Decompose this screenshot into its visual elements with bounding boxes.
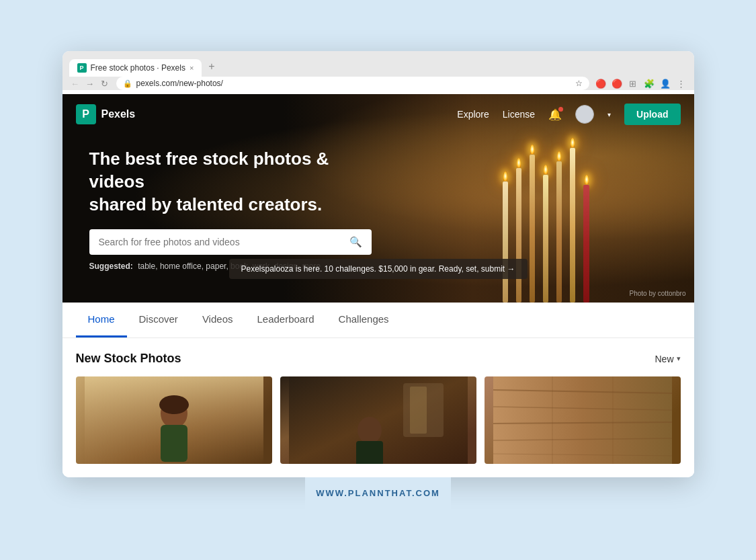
notification-bell[interactable]: 🔔 (548, 108, 562, 121)
svg-rect-3 (161, 425, 187, 462)
nav-buttons: ← → ↻ (69, 77, 111, 89)
hero-section: P Pexels Explore License 🔔 ▾ Upload (62, 94, 694, 303)
forward-button[interactable]: → (84, 77, 96, 89)
svg-rect-7 (410, 387, 427, 434)
section-title: New Stock Photos (76, 352, 181, 366)
svg-rect-9 (356, 441, 383, 464)
browser-tab-active[interactable]: P Free stock photos · Pexels × (69, 59, 202, 77)
sort-chevron-icon: ▾ (677, 354, 681, 363)
browser-tabs: P Free stock photos · Pexels × + (69, 56, 687, 77)
notification-dot (558, 107, 563, 112)
promo-banner[interactable]: Pexelspalooza is here. 10 challenges. $1… (228, 259, 527, 279)
svg-rect-10 (493, 376, 672, 464)
sort-label: New (655, 354, 673, 364)
tab-discover[interactable]: Discover (127, 303, 190, 337)
photo-card-1[interactable] (76, 376, 272, 464)
svg-point-4 (159, 395, 189, 414)
photo-grid (76, 376, 681, 464)
puzzle-icon[interactable]: 🧩 (643, 77, 655, 89)
tab-leaderboard[interactable]: Leaderboard (245, 303, 326, 337)
site-tabs: Home Discover Videos Leaderboard Challen… (62, 303, 694, 338)
pexels-navbar: P Pexels Explore License 🔔 ▾ Upload (62, 94, 694, 134)
pexels-brand-name: Pexels (101, 108, 136, 120)
pexels-logo-area[interactable]: P Pexels (76, 104, 136, 124)
pexels-site: P Pexels Explore License 🔔 ▾ Upload (62, 94, 694, 477)
search-bar[interactable]: 🔍 (89, 229, 372, 255)
svg-point-8 (358, 417, 382, 444)
watermark: WWW.PLANNTHAT.COM (305, 477, 451, 509)
profile-icon-2[interactable]: 🔴 (611, 77, 623, 89)
profile-icon-1[interactable]: 🔴 (595, 77, 607, 89)
photo-card-3[interactable] (485, 376, 681, 464)
nav-links: Explore License 🔔 ▾ Upload (457, 104, 680, 125)
tab-title: Free stock photos · Pexels (91, 63, 185, 73)
account-icon[interactable]: 👤 (659, 77, 671, 89)
browser-controls: ← → ↻ 🔒 pexels.com/new-photos/ ☆ 🔴 🔴 ⊞ 🧩… (69, 77, 687, 90)
suggested-label: Suggested: (89, 262, 133, 271)
pexels-logo-icon: P (76, 104, 96, 124)
tab-favicon: P (77, 63, 87, 73)
address-bar[interactable]: 🔒 pexels.com/new-photos/ ☆ (116, 77, 589, 90)
upload-button[interactable]: Upload (624, 104, 680, 125)
avatar-chevron-icon[interactable]: ▾ (607, 111, 611, 118)
reload-button[interactable]: ↻ (99, 77, 111, 89)
photo-credit: Photo by cottonbro (630, 290, 686, 297)
watermark-text: WWW.PLANNTHAT.COM (316, 488, 440, 498)
browser-actions: 🔴 🔴 ⊞ 🧩 👤 ⋮ (595, 77, 687, 89)
menu-icon[interactable]: ⋮ (675, 77, 687, 89)
license-link[interactable]: License (503, 109, 535, 120)
tab-home[interactable]: Home (76, 303, 127, 337)
tab-challenges[interactable]: Challenges (327, 303, 401, 337)
browser-chrome: P Free stock photos · Pexels × + ← → ↻ 🔒… (62, 51, 694, 90)
extensions-icon[interactable]: ⊞ (627, 77, 639, 89)
star-icon[interactable]: ☆ (575, 79, 583, 88)
tab-close-button[interactable]: × (190, 64, 194, 72)
hero-headline: The best free stock photos & videos shar… (89, 148, 372, 216)
section-header: New Stock Photos New ▾ (76, 352, 681, 366)
content-section: New Stock Photos New ▾ (62, 338, 694, 477)
explore-link[interactable]: Explore (457, 109, 489, 120)
back-button[interactable]: ← (69, 77, 81, 89)
lock-icon: 🔒 (123, 79, 132, 88)
url-display: pexels.com/new-photos/ (136, 79, 571, 88)
search-icon[interactable]: 🔍 (349, 236, 362, 248)
photo-2-svg (280, 376, 476, 464)
photo-card-2[interactable] (280, 376, 476, 464)
new-tab-button[interactable]: + (203, 56, 220, 77)
tab-videos[interactable]: Videos (190, 303, 245, 337)
browser-window: P Free stock photos · Pexels × + ← → ↻ 🔒… (62, 51, 694, 477)
search-input[interactable] (99, 237, 344, 247)
photo-3-svg (485, 376, 681, 464)
user-avatar[interactable] (575, 105, 594, 124)
photo-1-svg (76, 376, 272, 464)
sort-dropdown[interactable]: New ▾ (655, 354, 680, 364)
